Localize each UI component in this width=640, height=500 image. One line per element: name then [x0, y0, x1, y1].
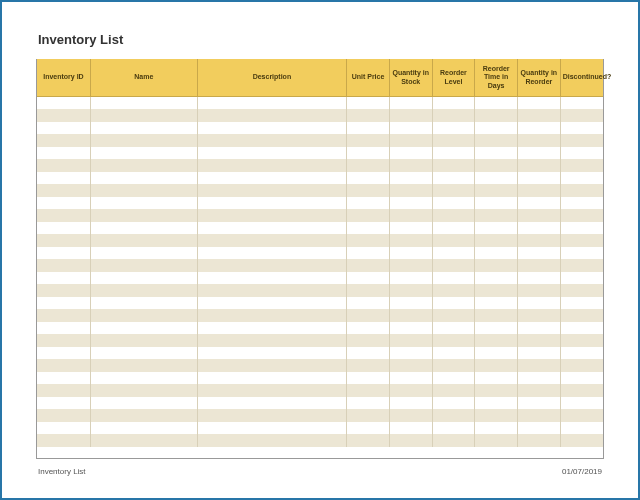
- table-cell: [517, 397, 560, 410]
- table-body: [37, 97, 603, 447]
- table-cell: [37, 97, 90, 110]
- table-cell: [347, 222, 390, 235]
- table-cell: [517, 322, 560, 335]
- table-cell: [432, 409, 475, 422]
- table-cell: [389, 222, 432, 235]
- table-cell: [37, 434, 90, 447]
- table-cell: [197, 397, 347, 410]
- table-cell: [389, 297, 432, 310]
- table-cell: [90, 234, 197, 247]
- table-cell: [475, 209, 518, 222]
- table-row: [37, 234, 603, 247]
- table-cell: [475, 347, 518, 360]
- table-cell: [197, 172, 347, 185]
- table-cell: [90, 259, 197, 272]
- table-cell: [475, 397, 518, 410]
- table-row: [37, 384, 603, 397]
- table-cell: [37, 234, 90, 247]
- table-cell: [475, 359, 518, 372]
- table-cell: [560, 147, 603, 160]
- table-cell: [560, 359, 603, 372]
- table-cell: [90, 222, 197, 235]
- table-cell: [37, 309, 90, 322]
- table-cell: [560, 209, 603, 222]
- table-cell: [90, 184, 197, 197]
- table-cell: [37, 334, 90, 347]
- table-cell: [517, 197, 560, 210]
- table-cell: [90, 409, 197, 422]
- table-cell: [197, 259, 347, 272]
- table-cell: [432, 209, 475, 222]
- table-cell: [560, 197, 603, 210]
- table-cell: [432, 434, 475, 447]
- table-cell: [432, 122, 475, 135]
- table-row: [37, 97, 603, 110]
- table-cell: [347, 234, 390, 247]
- table-cell: [389, 247, 432, 260]
- table-cell: [347, 359, 390, 372]
- table-cell: [197, 309, 347, 322]
- table-row: [37, 359, 603, 372]
- table-row: [37, 347, 603, 360]
- table-row: [37, 284, 603, 297]
- table-cell: [560, 134, 603, 147]
- table-cell: [475, 434, 518, 447]
- table-cell: [517, 384, 560, 397]
- table-cell: [389, 147, 432, 160]
- table-cell: [432, 397, 475, 410]
- table-cell: [475, 309, 518, 322]
- table-cell: [37, 372, 90, 385]
- table-cell: [560, 184, 603, 197]
- table-cell: [197, 209, 347, 222]
- table-cell: [37, 259, 90, 272]
- table-cell: [432, 334, 475, 347]
- table-cell: [432, 147, 475, 160]
- table-cell: [432, 359, 475, 372]
- table-cell: [197, 122, 347, 135]
- table-row: [37, 222, 603, 235]
- table-cell: [90, 147, 197, 160]
- table-cell: [475, 172, 518, 185]
- table-cell: [197, 147, 347, 160]
- table-row: [37, 159, 603, 172]
- table-cell: [37, 159, 90, 172]
- table-cell: [560, 409, 603, 422]
- table-cell: [37, 109, 90, 122]
- table-cell: [475, 197, 518, 210]
- table-cell: [475, 422, 518, 435]
- table-cell: [197, 197, 347, 210]
- table-cell: [197, 384, 347, 397]
- table-cell: [90, 322, 197, 335]
- table-cell: [560, 334, 603, 347]
- table-cell: [517, 372, 560, 385]
- table-cell: [37, 384, 90, 397]
- table-cell: [432, 109, 475, 122]
- table-cell: [475, 372, 518, 385]
- table-cell: [37, 197, 90, 210]
- table-cell: [197, 109, 347, 122]
- table-cell: [347, 434, 390, 447]
- table-cell: [37, 359, 90, 372]
- table-cell: [90, 359, 197, 372]
- table-cell: [90, 434, 197, 447]
- table-cell: [432, 184, 475, 197]
- table-cell: [517, 184, 560, 197]
- table-row: [37, 397, 603, 410]
- table-cell: [347, 197, 390, 210]
- table-cell: [389, 109, 432, 122]
- table-cell: [432, 322, 475, 335]
- table-cell: [560, 159, 603, 172]
- table-cell: [389, 284, 432, 297]
- table-cell: [432, 347, 475, 360]
- table-cell: [475, 297, 518, 310]
- table-cell: [389, 347, 432, 360]
- table-cell: [475, 384, 518, 397]
- table-cell: [432, 234, 475, 247]
- table-cell: [347, 297, 390, 310]
- table-row: [37, 184, 603, 197]
- table-cell: [560, 309, 603, 322]
- table-cell: [517, 122, 560, 135]
- table-cell: [347, 309, 390, 322]
- table-cell: [389, 309, 432, 322]
- table-cell: [37, 284, 90, 297]
